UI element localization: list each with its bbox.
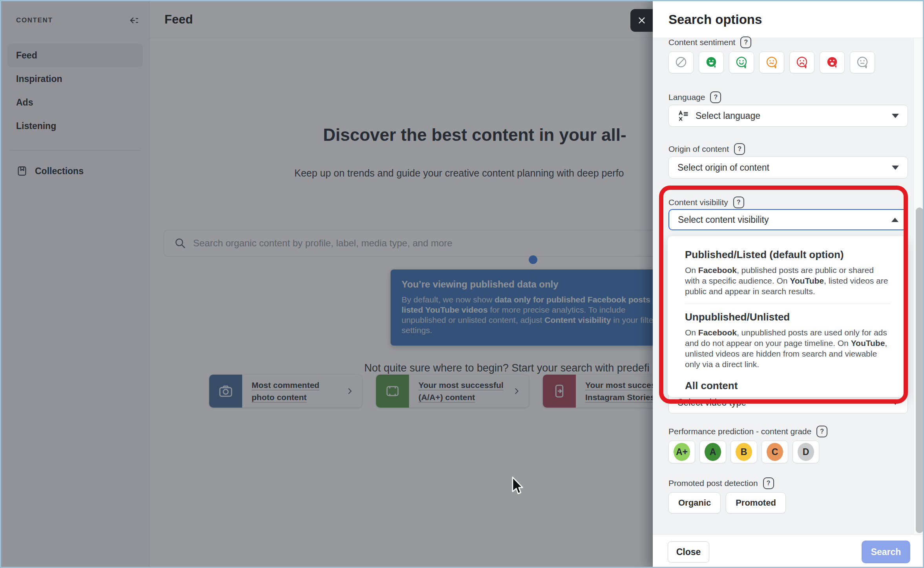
grade-options-row: A+ A B C D	[668, 441, 824, 463]
sentiment-options-row	[668, 51, 880, 73]
panel-footer: Close Search	[653, 534, 924, 568]
panel-scrollbar-thumb[interactable]	[916, 208, 923, 533]
content-visibility-label: Content visibility ?	[668, 197, 744, 208]
promoted-button[interactable]: Promoted	[726, 492, 786, 513]
help-icon[interactable]: ?	[710, 91, 721, 103]
organic-button[interactable]: Organic	[668, 492, 721, 513]
grade-a-plus-button[interactable]: A+	[668, 441, 695, 463]
close-button[interactable]: Close	[668, 541, 709, 563]
origin-label: Origin of content ?	[668, 143, 745, 155]
close-icon	[637, 15, 647, 25]
option-published-listed[interactable]: Published/Listed (default option)	[685, 249, 891, 261]
sentiment-not-analyzed-icon[interactable]	[668, 51, 694, 73]
sentiment-negative-icon[interactable]	[789, 51, 814, 73]
content-visibility-select-value: Select content visibility	[678, 215, 769, 225]
grade-b-button[interactable]: B	[730, 441, 757, 463]
content-sentiment-label: Content sentiment ?	[668, 36, 751, 48]
promoted-post-detection-label: Promoted post detection ?	[668, 477, 774, 489]
grade-c-button[interactable]: C	[761, 441, 788, 463]
sentiment-unsure-icon[interactable]	[759, 51, 784, 73]
grade-d-button[interactable]: D	[793, 441, 819, 463]
close-panel-button[interactable]	[630, 9, 653, 32]
origin-select-value: Select origin of content	[677, 162, 769, 173]
search-button[interactable]: Search	[862, 541, 910, 563]
sentiment-very-positive-icon[interactable]	[699, 51, 724, 73]
sentiment-neutral-icon[interactable]	[850, 51, 875, 73]
option-unpublished-unlisted-description: On Facebook, unpublished posts are used …	[685, 327, 891, 370]
option-unpublished-unlisted[interactable]: Unpublished/Unlisted	[685, 311, 891, 323]
performance-prediction-label: Performance prediction - content grade ?	[668, 426, 827, 437]
chevron-down-icon	[892, 166, 899, 170]
language-select-value: Select language	[696, 111, 760, 121]
help-icon[interactable]: ?	[734, 143, 745, 155]
chevron-down-icon	[892, 401, 899, 405]
sentiment-positive-icon[interactable]	[729, 51, 754, 73]
panel-title: Search options	[668, 12, 762, 27]
app-window: CONTENT Feed Inspiration Ads Listening C…	[0, 0, 924, 568]
origin-select[interactable]: Select origin of content	[668, 157, 908, 178]
chevron-down-icon	[892, 114, 899, 118]
option-all-content[interactable]: All content	[685, 380, 891, 392]
promotion-options-row: Organic Promoted	[668, 492, 791, 513]
help-icon[interactable]: ?	[733, 197, 744, 208]
option-published-listed-description: On Facebook, published posts are public …	[685, 265, 891, 297]
translate-icon	[677, 110, 689, 122]
content-visibility-select[interactable]: Select content visibility	[668, 209, 908, 230]
help-icon[interactable]: ?	[763, 477, 774, 489]
video-type-select-value: Select video type	[677, 397, 746, 408]
language-label: Language ?	[668, 91, 721, 103]
panel-header: Search options	[653, 1, 924, 38]
dropdown-divider	[685, 304, 891, 304]
language-select[interactable]: Select language	[668, 105, 908, 127]
modal-dim-overlay[interactable]	[1, 1, 653, 567]
help-icon[interactable]: ?	[816, 426, 827, 437]
grade-a-button[interactable]: A	[699, 441, 726, 463]
help-icon[interactable]: ?	[740, 36, 751, 48]
content-visibility-dropdown: Published/Listed (default option) On Fac…	[668, 236, 908, 397]
sentiment-very-negative-icon[interactable]	[820, 51, 845, 73]
panel-scrollbar-track[interactable]	[913, 38, 924, 534]
search-options-panel: Search options Content sentiment ?	[653, 1, 924, 568]
chevron-up-icon	[891, 218, 898, 222]
